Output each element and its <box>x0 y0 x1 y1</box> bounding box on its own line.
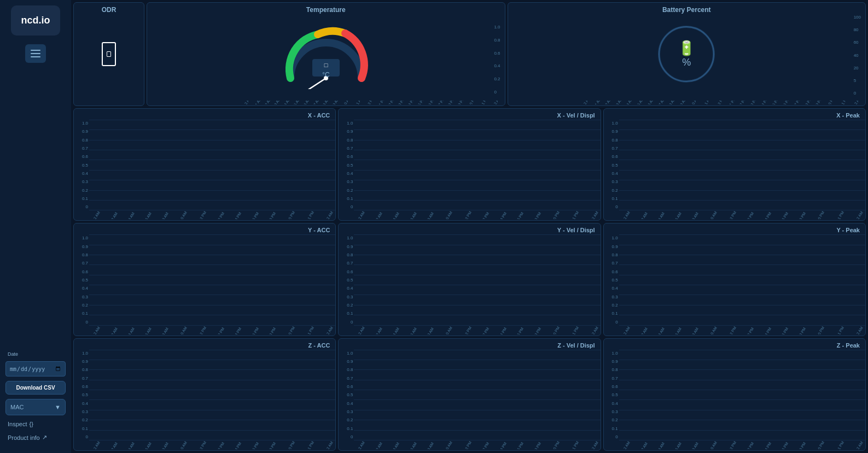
z-peak-panel: Z - Peak 0 0.1 0.2 0.3 0.4 0.5 0.6 0.7 0… <box>603 338 866 451</box>
battery-unit: % <box>682 57 691 68</box>
svg-text:□: □ <box>324 62 328 68</box>
battery-panel: Battery Percent 🔋 % 0 5 20 40 60 80 <box>508 2 866 106</box>
product-info-link[interactable]: Product info ↗ <box>5 433 66 442</box>
odr-panel: ODR <box>73 2 144 106</box>
z-vel-title: Z - Vel / Displ <box>557 342 595 349</box>
z-peak-title: Z - Peak <box>837 342 860 349</box>
odr-title: ODR <box>79 6 138 14</box>
x-peak-panel: X - Peak 0 0.1 0.2 0.3 0.4 0.5 0.6 0.7 0… <box>603 108 866 221</box>
x-vel-title: X - Vel / Displ <box>557 112 595 119</box>
z-charts-row: Z - ACC 0 0.1 0.2 0.3 0.4 0.5 0.6 0.7 0.… <box>73 338 866 451</box>
x-peak-title: X - Peak <box>836 112 860 119</box>
z-vel-panel: Z - Vel / Displ 0 0.1 0.2 0.3 0.4 0.5 0.… <box>338 338 601 451</box>
x-acc-panel: X - ACC 0 0.1 0.2 0.3 0.4 0.5 0.6 0.7 0.… <box>73 108 336 221</box>
date-label: Date <box>8 351 18 357</box>
hamburger-button[interactable] <box>25 44 46 63</box>
temperature-title: Temperature <box>153 6 499 14</box>
y-vel-title: Y - Vel / Displ <box>557 227 595 233</box>
y-peak-title: Y - Peak <box>836 227 860 233</box>
z-acc-panel: Z - ACC 0 0.1 0.2 0.3 0.4 0.5 0.6 0.7 0.… <box>73 338 336 451</box>
y-peak-panel: Y - Peak 0 0.1 0.2 0.3 0.4 0.5 0.6 0.7 0… <box>603 223 866 336</box>
x-acc-title: X - ACC <box>308 112 330 119</box>
temperature-gauge: □ °C <box>279 18 372 90</box>
sidebar: ncd.io Date Download CSV MAC ▼ Inspect {… <box>0 0 71 453</box>
product-info-label: Product info <box>8 434 40 441</box>
hamburger-line <box>31 56 40 57</box>
x-vel-panel: X - Vel / Displ 0 0.1 0.2 0.3 0.4 0.5 0.… <box>338 108 601 221</box>
inspect-label: Inspect <box>8 421 27 427</box>
svg-line-2 <box>302 78 326 89</box>
logo: ncd.io <box>11 5 60 36</box>
temperature-panel: Temperature □ <box>147 2 505 106</box>
inspect-icon: {} <box>29 421 33 427</box>
battery-title: Battery Percent <box>514 6 860 14</box>
battery-icon: 🔋 <box>678 40 695 57</box>
mac-dropdown[interactable]: MAC ▼ <box>5 399 66 415</box>
y-acc-title: Y - ACC <box>308 227 330 233</box>
main-content: ODR Temperature <box>71 0 868 453</box>
y-vel-panel: Y - Vel / Displ 0 0.1 0.2 0.3 0.4 0.5 0.… <box>338 223 601 336</box>
x-charts-row: X - ACC 0 0.1 0.2 0.3 0.4 0.5 0.6 0.7 0.… <box>73 108 866 221</box>
svg-text:°C: °C <box>322 71 330 79</box>
z-acc-title: Z - ACC <box>308 342 330 349</box>
y-acc-panel: Y - ACC 0 0.1 0.2 0.3 0.4 0.5 0.6 0.7 0.… <box>73 223 336 336</box>
y-charts-row: Y - ACC 0 0.1 0.2 0.3 0.4 0.5 0.6 0.7 0.… <box>73 223 866 336</box>
battery-gauge: 🔋 % <box>654 21 719 87</box>
hamburger-line <box>31 53 40 54</box>
inspect-link[interactable]: Inspect {} <box>5 420 66 428</box>
download-csv-button[interactable]: Download CSV <box>5 381 66 395</box>
mac-label: MAC <box>10 404 24 410</box>
external-link-icon: ↗ <box>42 434 47 441</box>
top-row: ODR Temperature <box>73 2 866 106</box>
chevron-down-icon: ▼ <box>55 404 61 410</box>
sidebar-bottom: Date Download CSV MAC ▼ Inspect {} Produ… <box>0 351 71 448</box>
hamburger-line <box>31 50 40 51</box>
date-input[interactable] <box>5 361 66 376</box>
